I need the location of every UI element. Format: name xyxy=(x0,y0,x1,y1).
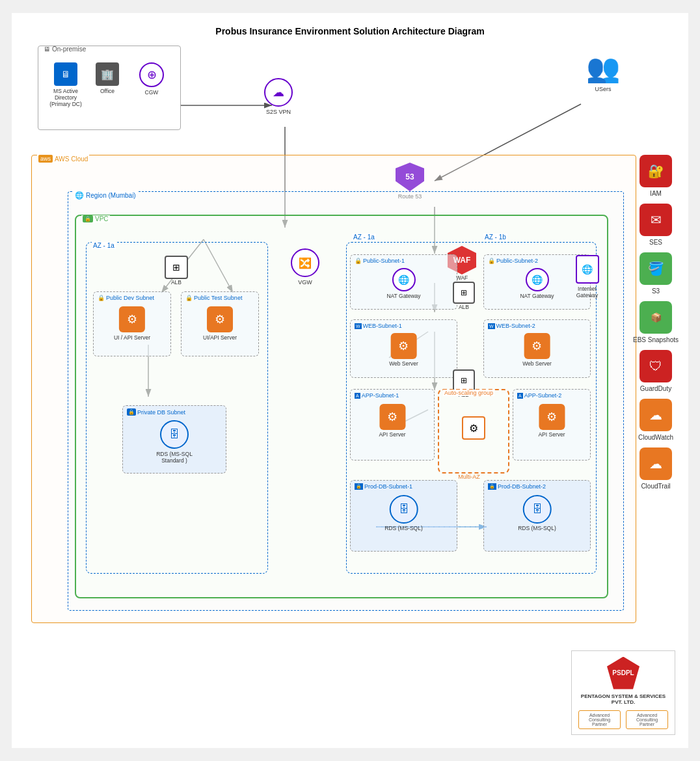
alb-dev-icon: ⊞ xyxy=(165,256,188,279)
public-subnet-1: 🔒 Public-Subnet-1 🌐 NAT Gateway xyxy=(350,254,457,310)
cgw-label: CGW xyxy=(145,89,159,96)
app-subnet-2-label: A APP-Subnet-2 xyxy=(517,392,561,399)
az1a-dev-box: AZ - 1a ⊞ ALB 🔒 Public Dev Subnet xyxy=(86,242,268,574)
lock-icon-ps1: 🔒 xyxy=(355,258,362,264)
web-server-1-icon: ⚙ xyxy=(390,333,416,359)
nat-icon-2: 🌐 xyxy=(526,268,549,291)
api-server-1: ⚙ API Server xyxy=(379,404,405,438)
public-subnet-1-label: 🔒 Public-Subnet-1 xyxy=(355,258,405,264)
users-label: USers xyxy=(595,86,611,92)
waf-label: WAF xyxy=(456,274,468,281)
ad-icon: 🖥 xyxy=(54,62,77,86)
api-server-1-icon: ⚙ xyxy=(379,404,405,430)
guardduty-icon: 🛡 xyxy=(639,350,672,382)
region-icon: 🌐 xyxy=(75,191,84,200)
ad-label: MS Active Directory (Primary DC) xyxy=(46,88,85,107)
multi-az-label: Multi-AZ xyxy=(443,474,495,480)
pdb1-icon: 🔒 xyxy=(355,483,363,490)
nat-gw-2: 🌐 NAT Gateway xyxy=(520,268,554,299)
inet-gw-icon: 🌐 xyxy=(576,255,599,284)
pdb2-icon: 🔒 xyxy=(488,483,496,490)
ebs-label: EBS Snapshots xyxy=(633,336,679,343)
logo-graphic: PSDPL xyxy=(607,657,639,689)
badges: Advanced Consulting Partner Advanced Con… xyxy=(578,710,668,729)
nat-gw-2-label: NAT Gateway xyxy=(520,293,554,299)
on-premise-label: 🖥 On-premise xyxy=(44,46,86,53)
internet-gateway: 🌐 Internet Gateway xyxy=(569,255,605,299)
app-subnet-2: A APP-Subnet-2 ⚙ API Server xyxy=(513,389,591,461)
iam-label: IAM xyxy=(650,190,662,197)
api-server-2: ⚙ API Server xyxy=(538,404,565,438)
az1a-prod-label: AZ - 1a xyxy=(352,234,376,241)
alb-dev: ⊞ ALB xyxy=(165,256,188,286)
autoscaling-group: Auto-scaling group ⚙ xyxy=(438,389,509,474)
app-s2-badge: A xyxy=(517,393,523,399)
ui-api-server-2-label: UI/API Server xyxy=(203,334,237,341)
s2s-vpn-icon: ☁ xyxy=(264,78,293,107)
page-title: Probus Insurance Environment Solution Ar… xyxy=(25,26,675,36)
service-ses: ✉ SES xyxy=(630,204,682,246)
prod-db-subnet-1: 🔒 Prod-DB-Subnet-1 🗄 RDS (MS-SQL) xyxy=(350,480,457,552)
users-icon: 👥 xyxy=(586,52,620,84)
cloudtrail-label: CloudTrail xyxy=(641,483,670,490)
ui-api-server-1: ⚙ UI / API Server xyxy=(114,306,150,341)
rds-dev-label: RDS (MS-SQL Standard ) xyxy=(148,451,200,464)
prod-db-subnet-2: 🔒 Prod-DB-Subnet-2 🗄 RDS (MS-SQL) xyxy=(483,480,591,552)
api-server-1-label: API Server xyxy=(379,431,405,438)
logo-box: PSDPL PENTAGON SYSTEM & SERVICES PVT. LT… xyxy=(571,650,675,735)
chip-icon-dev1: ⚙ xyxy=(119,306,145,332)
aws-cloud-box: aws AWS Cloud 🌐 Region (Mumbai) 🔒 VPC AZ… xyxy=(31,155,636,623)
az1b-prod-box: AZ - 1a AZ - 1b WAF WAF 🔒 Public-Subnet-… xyxy=(346,242,597,574)
ui-api-server-1-label: UI / API Server xyxy=(114,334,150,341)
public-test-subnet-label: 🔒 Public Test Subnet xyxy=(185,295,242,301)
rds-prod-2-icon: 🗄 xyxy=(523,495,552,524)
right-panel: 🔐 IAM ✉ SES 🪣 S3 📦 EBS Snapshots 🛡 Guard… xyxy=(630,155,682,490)
private-db-subnet-label: 🔒 Private DB Subnet xyxy=(127,408,185,416)
chip-icon-dev2: ⚙ xyxy=(207,306,233,332)
web-server-2: ⚙ Web Server xyxy=(522,333,552,367)
cloudwatch-label: CloudWatch xyxy=(638,434,673,441)
service-iam: 🔐 IAM xyxy=(630,155,682,197)
nat-gw-1: 🌐 NAT Gateway xyxy=(386,268,420,299)
app-subnet-1: A APP-Subnet-1 ⚙ API Server xyxy=(350,389,435,461)
service-guardduty: 🛡 GuardDuty xyxy=(630,350,682,392)
lock-icon-ps2: 🔒 xyxy=(488,258,495,264)
s2s-vpn-label: S2S VPN xyxy=(266,109,291,115)
alb-prod-label: ALB xyxy=(459,304,469,310)
office-icon: 🏢 xyxy=(96,62,119,86)
badge1: Advanced Consulting Partner xyxy=(578,710,621,729)
web-subnet-2: W WEB-Subnet-2 ⚙ Web Server xyxy=(483,319,591,378)
alb-prod: ⊞ ALB xyxy=(453,282,475,310)
az1a-dev-label: AZ - 1a xyxy=(92,242,116,249)
public-test-subnet: 🔒 Public Test Subnet ⚙ UI/API Server xyxy=(181,291,259,356)
on-premise-box: 🖥 On-premise 🖥 MS Active Directory (Prim… xyxy=(38,46,181,130)
public-dev-subnet: 🔒 Public Dev Subnet ⚙ UI / API Server xyxy=(93,291,171,356)
ebs-icon: 📦 xyxy=(639,301,672,334)
web-s1-badge: W xyxy=(355,323,362,329)
az1b-prod-label-text: AZ - 1b xyxy=(483,234,507,241)
app-s1-badge: A xyxy=(355,393,360,399)
service-s3: 🪣 S3 xyxy=(630,252,682,295)
prod-db-subnet-2-label: 🔒 Prod-DB-Subnet-2 xyxy=(488,483,546,490)
main-page: Probus Insurance Environment Solution Ar… xyxy=(12,13,688,748)
office-label: Office xyxy=(100,88,114,94)
service-cloudtrail: ☁ CloudTrail xyxy=(630,447,682,490)
vgw: 🔀 VGW xyxy=(291,248,319,286)
web-server-1-label: Web Server xyxy=(389,360,418,367)
aws-badge: aws xyxy=(38,155,53,163)
web-server-1: ⚙ Web Server xyxy=(389,333,418,367)
rds-prod-1: 🗄 RDS (MS-SQL) xyxy=(384,495,423,531)
web-subnet-1: W WEB-Subnet-1 ⚙ Web Server xyxy=(350,319,457,378)
users: 👥 USers xyxy=(586,52,620,92)
region-label: 🌐 Region (Mumbai) xyxy=(74,191,137,200)
service-ebs: 📦 EBS Snapshots xyxy=(630,301,682,343)
cgw: ⊕ CGW xyxy=(139,62,164,96)
app-subnet-1-label: A APP-Subnet-1 xyxy=(355,392,399,399)
ses-label: SES xyxy=(649,239,662,246)
inet-gw-label: Internet Gateway xyxy=(569,286,605,299)
db-lock-icon: 🔒 xyxy=(127,408,136,416)
server-icon: 🖥 xyxy=(44,46,50,53)
autoscaling-icon: ⚙ xyxy=(462,416,485,440)
vpc-label: 🔒 VPC xyxy=(81,215,110,222)
aws-cloud-label: aws AWS Cloud xyxy=(37,155,89,163)
